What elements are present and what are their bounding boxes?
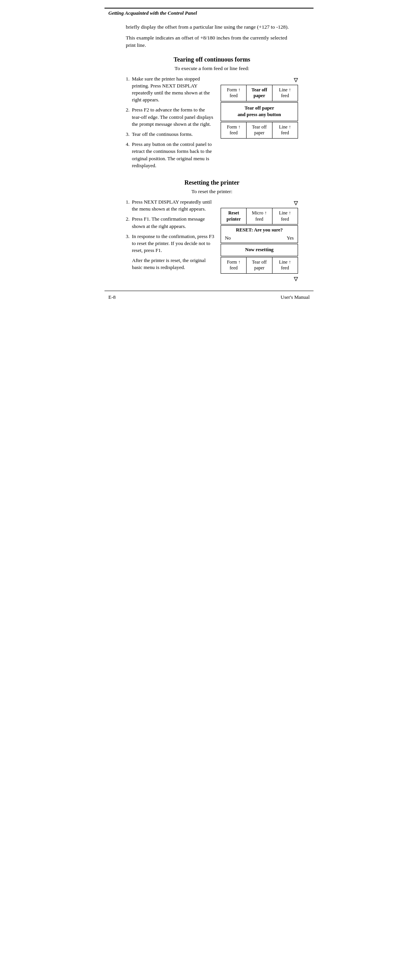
- step-num: 2.: [126, 216, 130, 230]
- resetting-two-col: 1. Press NEXT DISPLAY repeatedly until t…: [126, 199, 298, 283]
- header-title: Getting Acquainted with the Control Pane…: [108, 10, 197, 16]
- resetting-step-3-after: After the printer is reset, the original…: [126, 257, 214, 271]
- step-text: Tear off the continuous forms.: [132, 131, 193, 138]
- resetting-panel-2: RESET: Are you sure? No Yes: [221, 225, 298, 243]
- now-resetting-msg: Now resetting: [221, 244, 298, 256]
- panel-cell-tear-off-3: Tear offpaper: [247, 257, 272, 273]
- panel-cell-form-feed-3: Form ↑feed: [221, 257, 247, 273]
- page-header: Getting Acquainted with the Control Pane…: [104, 8, 314, 19]
- resetting-panel-3: Now resetting: [221, 244, 298, 256]
- tearing-step-4: 4. Press any button on the control panel…: [126, 141, 214, 169]
- panel-cell-micro-feed: Micro ↑feed: [247, 208, 272, 224]
- reset-yes: Yes: [287, 235, 294, 241]
- resetting-steps: 1. Press NEXT DISPLAY repeatedly until t…: [126, 199, 214, 274]
- footer-page-number: E-8: [108, 294, 116, 300]
- step-after-text: After the printer is reset, the original…: [132, 257, 214, 271]
- step-num: 4.: [126, 141, 130, 169]
- resetting-step-3: 3. In response to the confirmation, pres…: [126, 233, 214, 254]
- panel-row: Form ↑feed Tear offpaper Line ↑feed: [221, 85, 298, 101]
- step-num: 1.: [126, 199, 130, 212]
- tearing-panel-1: Form ↑feed Tear offpaper Line ↑feed: [221, 85, 298, 101]
- step-text: Press F1. The confirmation message shown…: [132, 216, 214, 230]
- tearing-panel-3: Form ↑feed Tear offpaper Line ↑feed: [221, 122, 298, 139]
- step-num: 1.: [126, 75, 130, 104]
- resetting-step-1: 1. Press NEXT DISPLAY repeatedly until t…: [126, 199, 214, 212]
- step-num: 3.: [126, 131, 130, 138]
- panel-cell-line-feed: Line ↑feed: [272, 85, 298, 101]
- panel-full-tearoff-msg: Tear off paperand press any button: [221, 103, 298, 121]
- content-area: briefly display the offset from a partic…: [104, 23, 314, 283]
- step-text: Press any button on the control panel to…: [132, 141, 214, 169]
- panel-cell-form-feed-2: Form ↑feed: [221, 122, 247, 138]
- tearing-panels: ▿ Form ↑feed Tear offpaper Line ↑feed Te…: [221, 75, 298, 139]
- tearing-two-col: 1. Make sure the printer has stopped pri…: [126, 75, 298, 172]
- intro-para-1: briefly display the offset from a partic…: [126, 23, 298, 31]
- resetting-panels: ▿ Resetprinter Micro ↑feed Line ↑feed RE…: [221, 199, 298, 283]
- step-text: Make sure the printer has stopped printi…: [132, 75, 214, 104]
- resetting-panel-4: Form ↑feed Tear offpaper Line ↑feed: [221, 257, 298, 274]
- scroll-arrow-3: ▿: [221, 274, 298, 283]
- scroll-arrow-2: ▿: [221, 199, 298, 207]
- resetting-title: Resetting the printer: [126, 179, 298, 186]
- footer-manual-title: User's Manual: [281, 294, 310, 300]
- resetting-panel-1: Resetprinter Micro ↑feed Line ↑feed: [221, 208, 298, 224]
- page-footer: E-8 User's Manual: [104, 291, 314, 303]
- tearing-step-1: 1. Make sure the printer has stopped pri…: [126, 75, 214, 104]
- panel-cell-reset: Resetprinter: [221, 208, 247, 224]
- panel-cell-line-feed-3: Line ↑feed: [272, 208, 298, 224]
- tearing-step-3: 3. Tear off the continuous forms.: [126, 131, 214, 138]
- panel-cell-line-feed-2: Line ↑feed: [272, 122, 298, 138]
- tearing-step-2: 2. Press F2 to advance the forms to the …: [126, 106, 214, 128]
- reset-no: No: [225, 235, 231, 241]
- reset-confirm-label: RESET: Are you sure?: [221, 226, 298, 234]
- reset-confirm-row: No Yes: [221, 234, 298, 243]
- intro-para-2: This example indicates an offset of +8/1…: [126, 34, 298, 49]
- step-text: Press NEXT DISPLAY repeatedly until the …: [132, 199, 214, 212]
- panel-cell-form-feed: Form ↑feed: [221, 85, 247, 101]
- scroll-arrow-1: ▿: [221, 75, 298, 84]
- panel-row: Resetprinter Micro ↑feed Line ↑feed: [221, 208, 298, 224]
- panel-cell-line-feed-4: Line ↑feed: [272, 257, 298, 273]
- step-text: Press F2 to advance the forms to the tea…: [132, 106, 214, 128]
- panel-cell-tear-off: Tear offpaper: [247, 85, 272, 101]
- step-num: 2.: [126, 106, 130, 128]
- panel-row: Form ↑feed Tear offpaper Line ↑feed: [221, 257, 298, 273]
- resetting-step-2: 2. Press F1. The confirmation message sh…: [126, 216, 214, 230]
- step-text: In response to the confirmation, press F…: [132, 233, 214, 254]
- panel-row: Form ↑feed Tear offpaper Line ↑feed: [221, 122, 298, 138]
- resetting-section: Resetting the printer To reset the print…: [126, 179, 298, 283]
- resetting-subtitle: To reset the printer:: [126, 188, 298, 195]
- panel-cell-tear-off-2: Tear offpaper: [247, 122, 272, 138]
- tearing-panel-2: Tear off paperand press any button: [221, 102, 298, 121]
- tearing-subtitle: To execute a form feed or line feed:: [126, 65, 298, 72]
- tearing-title: Tearing off continuous forms: [126, 56, 298, 63]
- step-num: 3.: [126, 233, 130, 254]
- tearing-section: Tearing off continuous forms To execute …: [126, 56, 298, 172]
- tearing-steps: 1. Make sure the printer has stopped pri…: [126, 75, 214, 172]
